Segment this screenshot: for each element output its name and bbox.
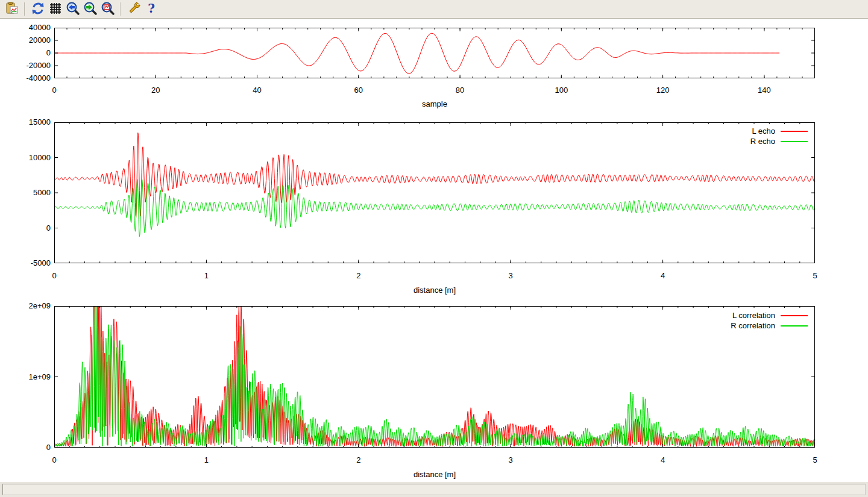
- x-tick-label: 20: [131, 86, 180, 95]
- x-tick-label: 5: [791, 271, 839, 281]
- magnifier-autoscale-icon: [101, 1, 115, 17]
- x-tick-label: 40: [233, 86, 281, 95]
- configure-button[interactable]: [125, 1, 142, 17]
- x-tick-label: 0: [30, 455, 78, 465]
- refresh-icon: [31, 1, 45, 17]
- x-tick-label: 100: [537, 86, 585, 95]
- zoom-previous-button[interactable]: [64, 1, 81, 17]
- magnifier-previous-icon: [66, 1, 80, 17]
- status-field: [2, 484, 866, 495]
- y-tick-label: 5000: [1, 188, 51, 198]
- x-tick-labels: 020406080100120140: [54, 86, 815, 95]
- plot-border: [55, 123, 815, 263]
- x-tick-label: 4: [639, 271, 687, 281]
- y-tick-label: 20000: [1, 36, 51, 45]
- plot-svg: [54, 306, 815, 448]
- toggle-grid-button[interactable]: [47, 1, 63, 17]
- x-tick-label: 0: [30, 271, 78, 281]
- help-button[interactable]: ?: [143, 1, 159, 17]
- y-tick-labels: 2e+091e+090: [1, 306, 51, 448]
- plot-echo: L echo R echo: [54, 122, 815, 263]
- x-tick-labels: 012345: [54, 455, 815, 465]
- legend-label: L correlation: [732, 311, 775, 319]
- y-tick-label: -20000: [1, 61, 51, 70]
- plot-pulse: [54, 28, 815, 78]
- magnifier-next-icon: [83, 1, 98, 17]
- legend-entry: R correlation: [731, 322, 808, 330]
- axis-ticks: [54, 122, 815, 263]
- x-tick-label: 0: [30, 86, 78, 95]
- x-axis-title: distance [m]: [54, 470, 815, 480]
- toolbar-separator: [120, 2, 121, 16]
- series-signal: [54, 33, 779, 73]
- plot-canvas[interactable]: 40000200000-20000-40000 0204060801001201…: [0, 19, 868, 482]
- x-tick-label: 80: [436, 86, 484, 95]
- legend-entry: L correlation: [731, 311, 808, 319]
- status-bar: [0, 482, 868, 497]
- x-tick-label: 2: [335, 271, 383, 281]
- y-tick-label: 0: [1, 48, 51, 58]
- gnuplot-window: ? 40000200000-20000-40000 02040608010012…: [0, 0, 868, 497]
- x-axis-title: sample: [54, 99, 815, 109]
- replot-button[interactable]: [30, 1, 46, 17]
- y-tick-label: -40000: [1, 73, 51, 83]
- zoom-next-button[interactable]: [82, 1, 98, 17]
- plot-correlation: L correlation R correlation: [54, 306, 815, 448]
- x-tick-label: 60: [335, 86, 383, 95]
- legend: L correlation R correlation: [731, 311, 808, 330]
- autoscale-button[interactable]: [99, 1, 116, 17]
- x-tick-label: 120: [639, 86, 687, 95]
- legend: L echo R echo: [750, 127, 808, 145]
- y-tick-label: 10000: [1, 153, 51, 163]
- series-r-echo: [54, 179, 815, 237]
- series-r-correlation: [54, 306, 815, 446]
- wrench-icon: [127, 1, 141, 17]
- y-tick-labels: 40000200000-20000-40000: [1, 28, 51, 78]
- toolbar: ?: [0, 0, 868, 19]
- copy-to-clipboard-button[interactable]: [4, 1, 20, 17]
- legend-line-sample: [781, 325, 808, 327]
- legend-entry: L echo: [750, 127, 808, 135]
- x-tick-label: 1: [182, 455, 230, 465]
- plot-svg: [54, 28, 815, 78]
- legend-line-sample: [781, 141, 808, 142]
- svg-text:?: ?: [148, 1, 155, 16]
- y-tick-label: 0: [1, 443, 51, 452]
- y-tick-label: -5000: [1, 258, 51, 268]
- x-tick-label: 4: [639, 455, 687, 465]
- clipboard-chart-icon: [5, 1, 19, 17]
- x-tick-label: 3: [486, 455, 535, 465]
- y-tick-label: 0: [1, 223, 51, 233]
- grid-icon: [48, 1, 63, 17]
- legend-label: L echo: [752, 127, 775, 135]
- x-tick-label: 1: [182, 271, 230, 281]
- legend-entry: R echo: [750, 137, 808, 145]
- x-tick-label: 5: [791, 455, 839, 465]
- x-tick-label: 3: [486, 271, 535, 281]
- x-axis-title: distance [m]: [54, 286, 815, 295]
- y-tick-label: 2e+09: [1, 301, 51, 311]
- toolbar-separator: [24, 2, 25, 16]
- question-mark-icon: ?: [144, 1, 159, 17]
- legend-line-sample: [781, 131, 808, 132]
- legend-label: R echo: [750, 137, 775, 145]
- x-tick-label: 140: [740, 86, 788, 95]
- y-tick-labels: 150001000050000-5000: [1, 122, 51, 263]
- legend-label: R correlation: [731, 322, 775, 330]
- x-tick-label: 2: [335, 455, 383, 465]
- legend-line-sample: [781, 315, 808, 316]
- y-tick-label: 40000: [1, 23, 51, 33]
- y-tick-label: 15000: [1, 117, 51, 127]
- y-tick-label: 1e+09: [1, 372, 51, 382]
- plot-svg: [54, 122, 815, 263]
- x-tick-labels: 012345: [54, 271, 815, 281]
